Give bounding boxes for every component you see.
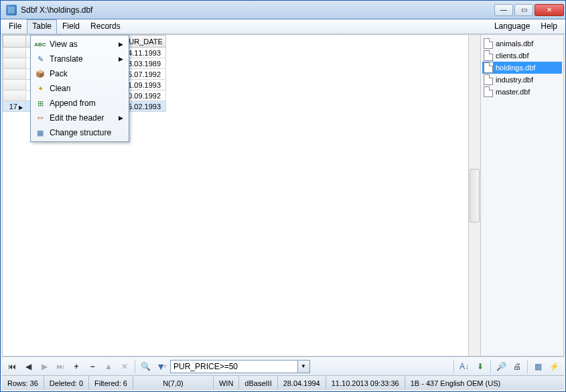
menu-field[interactable]: Field	[57, 19, 85, 34]
prev-record-button[interactable]: ◀	[21, 359, 36, 374]
add-record-button[interactable]: +	[69, 359, 84, 374]
scrollbar-track[interactable]	[468, 35, 480, 356]
delete-record-button[interactable]: −	[85, 359, 100, 374]
preview-button[interactable]: 🔎	[494, 359, 508, 374]
menu-item-view-as[interactable]: ABC View as▶	[32, 37, 127, 52]
maximize-button[interactable]: ▭	[514, 4, 533, 16]
columns-button[interactable]: ▦	[530, 359, 545, 374]
next-record-button[interactable]: ▶	[37, 359, 52, 374]
print-button[interactable]: 🖨	[510, 359, 524, 374]
menu-language[interactable]: Language	[489, 19, 535, 34]
search-button[interactable]: 🔍	[138, 359, 153, 374]
menu-records[interactable]: Records	[85, 19, 126, 34]
menu-help[interactable]: Help	[535, 19, 563, 34]
filter-dropdown-button[interactable]: ▼	[298, 360, 310, 373]
status-dbtype: dBaseIII	[239, 376, 277, 390]
app-icon	[6, 5, 17, 15]
edit-header-icon: ✏	[35, 113, 46, 123]
menu-item-pack[interactable]: 📦 Pack	[32, 66, 127, 81]
nav-toolbar: ⏮ ◀ ▶ ⏭ + − ▲ ✕ 🔍 ▼= ▼ A↓ ⬇ 🔎 🖨 ▦ ⚡	[2, 356, 564, 375]
file-icon	[484, 50, 493, 61]
menu-item-translate[interactable]: ✎ Translate▶	[32, 52, 127, 66]
filter-input[interactable]	[170, 360, 298, 373]
submenu-arrow-icon: ▶	[119, 56, 123, 62]
file-item[interactable]: animals.dbf	[482, 38, 562, 50]
cancel-button[interactable]: ✕	[117, 359, 132, 374]
status-date-created: 28.04.1994	[278, 376, 326, 390]
file-item[interactable]: master.dbf	[482, 86, 562, 98]
file-icon	[484, 86, 493, 97]
status-filtered: Filtered: 6	[89, 376, 133, 390]
submenu-arrow-icon: ▶	[119, 115, 123, 121]
table-menu-dropdown: ABC View as▶ ✎ Translate▶ 📦 Pack ✦ Clean…	[30, 35, 129, 142]
menu-item-change-structure[interactable]: ▦ Change structure	[32, 125, 127, 140]
row-header-corner	[3, 36, 26, 48]
titlebar: Sdbf X:\holdings.dbf — ▭ ✕	[1, 1, 565, 19]
file-item[interactable]: industry.dbf	[482, 74, 562, 86]
last-record-button[interactable]: ⏭	[53, 359, 68, 374]
status-platform: WIN	[214, 376, 239, 390]
abc-icon: ABC	[35, 39, 46, 50]
file-item[interactable]: clients.dbf	[482, 50, 562, 62]
filter-button[interactable]: ▼=	[154, 359, 169, 374]
pack-icon: 📦	[35, 68, 46, 79]
statusbar: Rows: 36 Deleted: 0 Filtered: 6 N(7,0) W…	[2, 375, 564, 390]
append-icon: ⊞	[35, 98, 46, 109]
translate-icon: ✎	[35, 54, 46, 64]
export-button[interactable]: ⬇	[473, 359, 488, 374]
scrollbar-thumb[interactable]	[470, 169, 480, 222]
close-button[interactable]: ✕	[535, 4, 564, 16]
status-deleted: Deleted: 0	[44, 376, 89, 390]
menu-item-append-from[interactable]: ⊞ Append from	[32, 96, 127, 111]
submenu-arrow-icon: ▶	[119, 41, 123, 48]
status-codepage: 1B - 437 English OEM (US)	[405, 376, 564, 390]
minimize-button[interactable]: —	[494, 4, 513, 16]
clean-icon: ✦	[35, 83, 46, 94]
file-list-sidebar: animals.dbf clients.dbf holdings.dbf ind…	[480, 35, 563, 356]
structure-icon: ▦	[35, 127, 46, 138]
menu-item-edit-header[interactable]: ✏ Edit the header▶	[32, 111, 127, 125]
status-fieldtype: N(7,0)	[133, 376, 214, 390]
data-grid[interactable]: SHARES PUR_PRICE PUR_DATE 20005004.11.19…	[3, 35, 468, 356]
file-item[interactable]: holdings.dbf	[482, 62, 562, 74]
file-icon	[484, 74, 493, 85]
status-date-modified: 11.10.2013 09:33:36	[326, 376, 405, 390]
first-record-button[interactable]: ⏮	[5, 359, 19, 374]
menu-table[interactable]: Table	[27, 19, 57, 34]
file-icon	[484, 38, 493, 49]
edit-record-button[interactable]: ▲	[101, 359, 116, 374]
main-body: SHARES PUR_PRICE PUR_DATE 20005004.11.19…	[2, 34, 564, 356]
menu-item-clean[interactable]: ✦ Clean	[32, 81, 127, 96]
status-rows: Rows: 36	[2, 376, 44, 390]
execute-button[interactable]: ⚡	[547, 359, 561, 374]
menu-file[interactable]: File	[3, 19, 27, 34]
app-window: Sdbf X:\holdings.dbf — ▭ ✕ File Table Fi…	[0, 0, 566, 392]
sort-button[interactable]: A↓	[457, 359, 472, 374]
file-icon	[484, 62, 493, 73]
menubar: File Table Field Records Language Help	[1, 19, 565, 34]
window-title: Sdbf X:\holdings.dbf	[21, 5, 494, 15]
